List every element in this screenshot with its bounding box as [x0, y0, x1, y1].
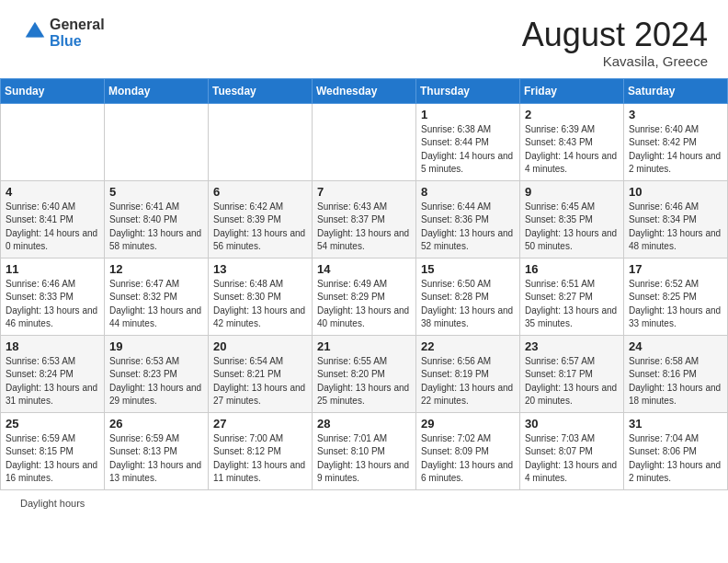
calendar-header-tuesday: Tuesday [209, 78, 313, 103]
calendar-cell: 11Sunrise: 6:46 AM Sunset: 8:33 PM Dayli… [1, 258, 105, 335]
day-info: Sunrise: 7:03 AM Sunset: 8:07 PM Dayligh… [525, 432, 619, 486]
calendar-cell [313, 103, 416, 180]
calendar-cell: 8Sunrise: 6:44 AM Sunset: 8:36 PM Daylig… [416, 180, 520, 258]
day-info: Sunrise: 6:56 AM Sunset: 8:19 PM Dayligh… [421, 355, 515, 408]
day-info: Sunrise: 6:49 AM Sunset: 8:29 PM Dayligh… [317, 278, 411, 331]
calendar-cell: 25Sunrise: 6:59 AM Sunset: 8:15 PM Dayli… [1, 412, 105, 489]
calendar-cell: 18Sunrise: 6:53 AM Sunset: 8:24 PM Dayli… [1, 335, 105, 412]
calendar-cell: 3Sunrise: 6:40 AM Sunset: 8:42 PM Daylig… [624, 103, 728, 180]
day-number: 15 [421, 262, 515, 276]
day-info: Sunrise: 6:42 AM Sunset: 8:39 PM Dayligh… [213, 201, 307, 254]
calendar-header-wednesday: Wednesday [313, 78, 416, 103]
day-info: Sunrise: 6:52 AM Sunset: 8:25 PM Dayligh… [629, 278, 722, 331]
calendar-week-row: 18Sunrise: 6:53 AM Sunset: 8:24 PM Dayli… [1, 335, 728, 412]
day-info: Sunrise: 6:45 AM Sunset: 8:35 PM Dayligh… [525, 201, 619, 254]
calendar-cell [1, 103, 105, 180]
day-info: Sunrise: 6:51 AM Sunset: 8:27 PM Dayligh… [525, 278, 619, 331]
calendar-week-row: 25Sunrise: 6:59 AM Sunset: 8:15 PM Dayli… [1, 412, 728, 489]
calendar-table: SundayMondayTuesdayWednesdayThursdayFrid… [0, 78, 728, 490]
calendar-week-row: 4Sunrise: 6:40 AM Sunset: 8:41 PM Daylig… [1, 180, 728, 258]
logo-icon [22, 18, 48, 44]
logo-blue-text: Blue [50, 33, 82, 49]
day-number: 5 [109, 185, 203, 199]
day-info: Sunrise: 6:58 AM Sunset: 8:16 PM Dayligh… [629, 355, 722, 408]
day-info: Sunrise: 6:43 AM Sunset: 8:37 PM Dayligh… [317, 201, 411, 254]
day-info: Sunrise: 7:01 AM Sunset: 8:10 PM Dayligh… [317, 432, 411, 486]
day-number: 13 [213, 262, 307, 276]
day-number: 18 [6, 339, 99, 353]
day-number: 3 [629, 108, 722, 121]
day-number: 22 [421, 339, 515, 353]
calendar-cell: 26Sunrise: 6:59 AM Sunset: 8:13 PM Dayli… [105, 412, 209, 489]
day-number: 21 [317, 339, 411, 353]
day-number: 27 [213, 417, 307, 431]
calendar-cell: 30Sunrise: 7:03 AM Sunset: 8:07 PM Dayli… [520, 412, 624, 489]
calendar-cell: 20Sunrise: 6:54 AM Sunset: 8:21 PM Dayli… [209, 335, 313, 412]
calendar-cell: 2Sunrise: 6:39 AM Sunset: 8:43 PM Daylig… [520, 103, 624, 180]
day-number: 17 [629, 262, 722, 276]
calendar-cell: 13Sunrise: 6:48 AM Sunset: 8:30 PM Dayli… [209, 258, 313, 335]
day-number: 4 [6, 185, 99, 199]
day-number: 31 [629, 417, 722, 431]
calendar-cell: 17Sunrise: 6:52 AM Sunset: 8:25 PM Dayli… [624, 258, 728, 335]
day-number: 26 [109, 417, 203, 431]
day-info: Sunrise: 6:55 AM Sunset: 8:20 PM Dayligh… [317, 355, 411, 408]
day-number: 23 [525, 339, 619, 353]
day-info: Sunrise: 6:44 AM Sunset: 8:36 PM Dayligh… [421, 201, 515, 254]
day-info: Sunrise: 7:02 AM Sunset: 8:09 PM Dayligh… [421, 432, 515, 486]
calendar-cell [209, 103, 313, 180]
day-number: 9 [525, 185, 619, 199]
day-number: 25 [6, 417, 99, 431]
day-info: Sunrise: 6:59 AM Sunset: 8:15 PM Dayligh… [6, 432, 99, 486]
location-subtitle: Kavasila, Greece [522, 53, 708, 69]
day-number: 19 [109, 339, 203, 353]
day-info: Sunrise: 6:59 AM Sunset: 8:13 PM Dayligh… [109, 432, 203, 486]
calendar-cell: 24Sunrise: 6:58 AM Sunset: 8:16 PM Dayli… [624, 335, 728, 412]
calendar-week-row: 11Sunrise: 6:46 AM Sunset: 8:33 PM Dayli… [1, 258, 728, 335]
calendar-cell: 16Sunrise: 6:51 AM Sunset: 8:27 PM Dayli… [520, 258, 624, 335]
calendar-cell: 23Sunrise: 6:57 AM Sunset: 8:17 PM Dayli… [520, 335, 624, 412]
day-number: 6 [213, 185, 307, 199]
day-number: 11 [6, 262, 99, 276]
calendar-cell: 7Sunrise: 6:43 AM Sunset: 8:37 PM Daylig… [313, 180, 416, 258]
day-number: 12 [109, 262, 203, 276]
calendar-cell: 5Sunrise: 6:41 AM Sunset: 8:40 PM Daylig… [105, 180, 209, 258]
day-info: Sunrise: 7:04 AM Sunset: 8:06 PM Dayligh… [629, 432, 722, 486]
calendar-cell: 9Sunrise: 6:45 AM Sunset: 8:35 PM Daylig… [520, 180, 624, 258]
day-info: Sunrise: 6:53 AM Sunset: 8:23 PM Dayligh… [109, 355, 203, 408]
day-info: Sunrise: 6:54 AM Sunset: 8:21 PM Dayligh… [213, 355, 307, 408]
day-info: Sunrise: 6:57 AM Sunset: 8:17 PM Dayligh… [525, 355, 619, 408]
calendar-cell: 15Sunrise: 6:50 AM Sunset: 8:28 PM Dayli… [416, 258, 520, 335]
calendar-cell: 1Sunrise: 6:38 AM Sunset: 8:44 PM Daylig… [416, 103, 520, 180]
logo: General Blue [20, 17, 105, 49]
calendar-cell: 21Sunrise: 6:55 AM Sunset: 8:20 PM Dayli… [313, 335, 416, 412]
day-info: Sunrise: 6:50 AM Sunset: 8:28 PM Dayligh… [421, 278, 515, 331]
day-number: 24 [629, 339, 722, 353]
calendar-cell: 28Sunrise: 7:01 AM Sunset: 8:10 PM Dayli… [313, 412, 416, 489]
day-info: Sunrise: 6:40 AM Sunset: 8:41 PM Dayligh… [6, 201, 99, 254]
day-number: 30 [525, 417, 619, 431]
header: General Blue August 2024 Kavasila, Greec… [0, 0, 728, 78]
day-info: Sunrise: 6:41 AM Sunset: 8:40 PM Dayligh… [109, 201, 203, 254]
calendar-cell: 27Sunrise: 7:00 AM Sunset: 8:12 PM Dayli… [209, 412, 313, 489]
calendar-header-sunday: Sunday [1, 78, 105, 103]
calendar-cell: 10Sunrise: 6:46 AM Sunset: 8:34 PM Dayli… [624, 180, 728, 258]
day-number: 29 [421, 417, 515, 431]
calendar-header-thursday: Thursday [416, 78, 520, 103]
day-info: Sunrise: 6:53 AM Sunset: 8:24 PM Dayligh… [6, 355, 99, 408]
calendar-cell: 22Sunrise: 6:56 AM Sunset: 8:19 PM Dayli… [416, 335, 520, 412]
day-number: 2 [525, 108, 619, 121]
calendar-cell: 4Sunrise: 6:40 AM Sunset: 8:41 PM Daylig… [1, 180, 105, 258]
calendar-cell: 19Sunrise: 6:53 AM Sunset: 8:23 PM Dayli… [105, 335, 209, 412]
calendar-cell: 29Sunrise: 7:02 AM Sunset: 8:09 PM Dayli… [416, 412, 520, 489]
calendar-cell: 6Sunrise: 6:42 AM Sunset: 8:39 PM Daylig… [209, 180, 313, 258]
day-number: 1 [421, 108, 515, 121]
footer-note: Daylight hours [0, 490, 728, 516]
calendar-header-saturday: Saturday [624, 78, 728, 103]
day-info: Sunrise: 6:46 AM Sunset: 8:34 PM Dayligh… [629, 201, 722, 254]
calendar-cell: 31Sunrise: 7:04 AM Sunset: 8:06 PM Dayli… [624, 412, 728, 489]
day-number: 16 [525, 262, 619, 276]
calendar-cell: 14Sunrise: 6:49 AM Sunset: 8:29 PM Dayli… [313, 258, 416, 335]
calendar-header-friday: Friday [520, 78, 624, 103]
day-number: 7 [317, 185, 411, 199]
